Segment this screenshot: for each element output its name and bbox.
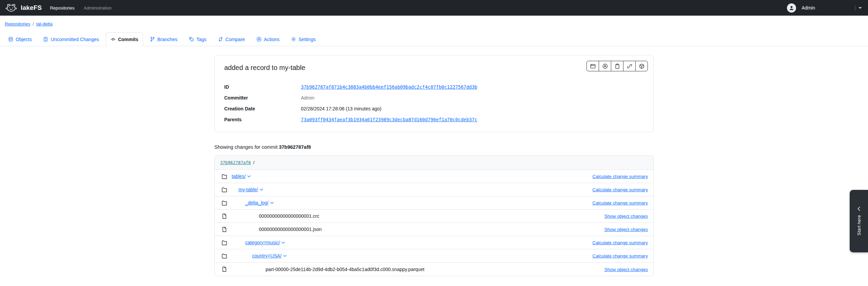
nav-item-administration[interactable]: Administration — [84, 5, 112, 11]
navbar-divider — [855, 5, 855, 11]
commit-action-clipboard-button[interactable] — [611, 61, 623, 71]
change-row: part-00000-25de114b-2d9d-4db2-b054-4ba5c… — [215, 263, 653, 276]
calculate-change-summary-link[interactable]: Calculate change summary — [592, 187, 648, 192]
calculate-change-summary-link[interactable]: Calculate change summary — [592, 253, 648, 258]
changes-table-header: 37b962787af8 / — [215, 156, 653, 170]
dir-link-country-usa[interactable]: country=USA/ — [252, 253, 282, 258]
show-object-changes-link[interactable]: Show object changes — [604, 214, 648, 219]
changes-summary-text: Showing changes for commit — [214, 144, 279, 150]
folder-icon — [221, 240, 227, 246]
chevron-down-icon[interactable] — [283, 255, 287, 257]
user-menu[interactable]: Admin — [787, 3, 815, 13]
start-here-tab[interactable]: Start here — [850, 190, 868, 252]
change-row: country=USA/Calculate change summary — [215, 249, 653, 263]
change-row: 00000000000000000001.jsonShow object cha… — [215, 223, 653, 236]
tab-tags[interactable]: Tags — [184, 32, 211, 46]
commit-action-play-circle-button[interactable] — [599, 61, 611, 71]
clipboard-icon — [615, 64, 620, 69]
person-icon — [789, 5, 794, 11]
dir-link-category-music[interactable]: category=music/ — [245, 240, 280, 245]
field-label: Committer — [224, 95, 301, 101]
commit-metadata: ID37b962787af871b4c3883a4b0bb4eef156ab09… — [224, 82, 644, 125]
commit-message-title: added a record to my-table — [224, 64, 644, 72]
main-content: added a record to my-table ID37b962787af… — [214, 55, 654, 276]
calculate-change-summary-link[interactable]: Calculate change summary — [592, 240, 648, 245]
chevron-down-icon[interactable] — [260, 189, 263, 191]
lakefs-logo-icon — [5, 3, 18, 13]
brand[interactable]: lakeFS — [5, 3, 42, 13]
commit-action-cube-button[interactable] — [635, 61, 648, 71]
tab-actions[interactable]: Actions — [252, 32, 284, 46]
file-icon — [221, 213, 227, 219]
dir-link-tables[interactable]: tables/ — [232, 174, 246, 179]
entry-name: 00000000000000000001.crc — [227, 213, 319, 219]
database-icon — [8, 37, 13, 42]
file-icon — [221, 227, 227, 232]
folder-icon — [221, 187, 227, 193]
show-object-changes-link[interactable]: Show object changes — [604, 267, 648, 272]
field-label: Parents — [224, 117, 301, 122]
entry-name: category=music/ — [227, 240, 285, 245]
calculate-change-summary-link[interactable]: Calculate change summary — [592, 174, 648, 179]
tab-label: Branches — [157, 37, 177, 42]
field-value: Admin — [301, 95, 314, 101]
row-action: Calculate change summary — [592, 200, 648, 206]
field-label: ID — [224, 84, 301, 90]
file-diff-icon — [43, 37, 48, 42]
commit-path-link[interactable]: 37b962787af8 — [220, 160, 251, 165]
navbar-links: Repositories Administration — [50, 5, 112, 11]
folder-icon — [221, 174, 227, 179]
tab-commits[interactable]: Commits — [106, 32, 143, 46]
dir-link-my-table[interactable]: my-table/ — [238, 187, 258, 192]
breadcrumb: Repositories / tal-delta — [0, 16, 868, 26]
file-icon — [221, 266, 227, 272]
commit-action-window-button[interactable] — [586, 61, 599, 71]
tab-settings[interactable]: Settings — [286, 32, 321, 46]
user-avatar[interactable] — [787, 3, 796, 13]
parents-commit-link[interactable]: 73a093ff0434faeaf3b1934a01f23989c3decba8… — [301, 117, 477, 122]
chevron-down-icon[interactable] — [247, 175, 251, 178]
row-action: Calculate change summary — [592, 173, 648, 179]
commit-card: added a record to my-table ID37b962787af… — [214, 55, 654, 132]
calculate-change-summary-link[interactable]: Calculate change summary — [592, 200, 648, 205]
tab-uncommitted-changes[interactable]: Uncommitted Changes — [38, 32, 103, 46]
commit-field-parents: Parents73a093ff0434faeaf3b1934a01f23989c… — [224, 114, 644, 125]
tab-compare[interactable]: Compare — [213, 32, 250, 46]
caret-down-icon[interactable] — [859, 7, 862, 9]
chevron-down-icon[interactable] — [282, 242, 285, 244]
chevron-left-icon — [857, 207, 860, 211]
cube-icon — [639, 64, 644, 69]
tag-icon — [189, 37, 194, 42]
brand-title[interactable]: lakeFS — [21, 4, 42, 12]
user-name[interactable]: Admin — [802, 5, 815, 11]
compare-icon — [218, 37, 223, 42]
row-action: Calculate change summary — [592, 186, 648, 193]
file-name: 00000000000000000001.json — [259, 227, 322, 232]
commit-actions-group — [586, 61, 648, 71]
changes-table: 37b962787af8 / tables/Calculate change s… — [214, 155, 654, 276]
breadcrumb-link-repositories[interactable]: Repositories — [5, 21, 30, 26]
tab-label: Compare — [226, 37, 245, 42]
chevron-down-icon[interactable] — [270, 202, 274, 204]
dir-link-delta-log[interactable]: _delta_log/ — [245, 200, 269, 205]
navbar: lakeFS Repositories Administration Admin — [0, 0, 868, 16]
file-name: 00000000000000000001.crc — [259, 213, 319, 219]
nav-item-repositories[interactable]: Repositories — [50, 5, 74, 11]
commit-action-link-button[interactable] — [623, 61, 636, 71]
breadcrumb-separator: / — [33, 21, 34, 26]
show-object-changes-link[interactable]: Show object changes — [604, 227, 648, 232]
tab-branches[interactable]: Branches — [145, 32, 182, 46]
id-commit-link[interactable]: 37b962787af871b4c3883a4b0bb4eef156ab09ba… — [301, 84, 477, 90]
change-row: my-table/Calculate change summary — [215, 183, 653, 196]
start-here-label: Start here — [856, 215, 862, 235]
repository-tabs: ObjectsUncommitted ChangesCommitsBranche… — [0, 32, 868, 46]
tab-label: Tags — [196, 37, 207, 42]
breadcrumb-link-repo-name[interactable]: tal-delta — [36, 21, 53, 26]
user-menu-toggle[interactable] — [855, 5, 862, 11]
play-circle-icon — [602, 64, 608, 69]
gear-icon — [291, 37, 296, 42]
tab-label: Settings — [298, 37, 316, 42]
tab-objects[interactable]: Objects — [3, 32, 36, 46]
change-row: category=music/Calculate change summary — [215, 236, 653, 249]
entry-name: tables/ — [227, 174, 251, 179]
